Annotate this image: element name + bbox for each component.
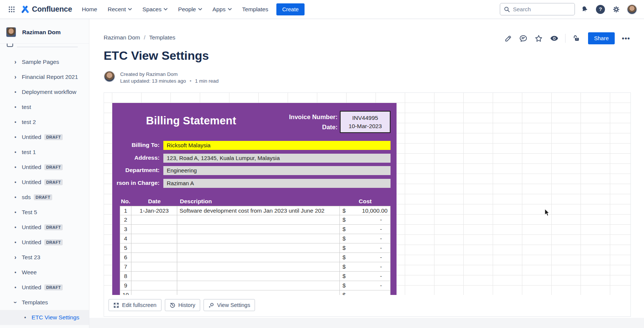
cell-no: 10: [120, 290, 131, 295]
cell-no: 8: [120, 272, 131, 281]
currency-symbol: $: [340, 243, 346, 252]
edit-fullscreen-button[interactable]: Edit fullscreen: [109, 299, 161, 311]
form-label: Address:: [112, 154, 160, 161]
sidebar-page-item[interactable]: • Weee: [0, 265, 89, 280]
sheet-title: Billing Statement: [135, 115, 247, 127]
cost-amount: -: [380, 225, 390, 234]
comments-button[interactable]: [519, 34, 528, 43]
sidebar-page-item[interactable]: • Untitled DRAFT: [0, 220, 89, 235]
table-row: 1 1-Jan-2023 Software development cost f…: [120, 206, 391, 215]
draft-badge: DRAFT: [44, 164, 63, 170]
draft-badge: DRAFT: [44, 284, 63, 290]
cell-cost: $ -: [340, 215, 391, 225]
tree-item-icon: ›: [12, 74, 18, 80]
form-row: Billing To: Ricksoft Malaysia: [112, 141, 397, 150]
create-button[interactable]: Create: [276, 3, 304, 15]
tree-item-icon: •: [12, 195, 18, 200]
sidebar-page-item[interactable]: › Financial Report 2021: [0, 70, 89, 85]
draft-badge: DRAFT: [44, 224, 63, 230]
search-input[interactable]: [513, 6, 566, 12]
tree-item-icon: •: [12, 150, 18, 155]
last-updated[interactable]: Last updated: 13 minutes ago: [120, 78, 186, 84]
cell-cost: $ -: [340, 262, 391, 272]
chevron-down-icon: [128, 8, 132, 11]
tree-item-icon: •: [12, 180, 18, 185]
more-actions-button[interactable]: •••: [621, 35, 631, 42]
sidebar-page-item[interactable]: › Test 23: [0, 250, 89, 265]
draft-badge: DRAFT: [34, 194, 52, 200]
user-avatar[interactable]: [627, 4, 637, 15]
sidebar-page-item[interactable]: • Untitled DRAFT: [0, 235, 89, 250]
cell-date: [131, 225, 177, 234]
sidebar-page-item[interactable]: • Test 5: [0, 205, 89, 220]
sidebar-page-item[interactable]: • Untitled DRAFT: [0, 130, 89, 145]
breadcrumb-parent-link[interactable]: Templates: [149, 34, 175, 41]
favorite-button[interactable]: [534, 34, 543, 43]
col-header-description: Description: [177, 198, 340, 205]
nav-menu-item[interactable]: Templates: [242, 6, 268, 13]
spreadsheet-grid: Billing Statement Invoice Number: Date: …: [104, 93, 630, 295]
watch-button[interactable]: [550, 34, 559, 43]
cost-amount: -: [380, 290, 390, 295]
form-label: Billing To:: [112, 142, 160, 148]
cell-cost: $ -: [340, 234, 391, 243]
breadcrumb: Raziman Dom / Templates: [104, 34, 175, 41]
nav-menu-item[interactable]: Spaces: [142, 6, 167, 13]
sidebar-page-item[interactable]: • Untitled DRAFT: [0, 175, 89, 190]
sidebar-page-item[interactable]: • test: [0, 100, 89, 115]
cost-amount: -: [380, 253, 390, 262]
sidebar-page-item[interactable]: • test 2: [0, 115, 89, 130]
confluence-logo[interactable]: Confluence: [21, 5, 72, 14]
breadcrumb-space-link[interactable]: Raziman Dom: [104, 34, 140, 41]
space-avatar: [6, 27, 16, 37]
notifications-button[interactable]: [579, 3, 591, 15]
sidebar-page-item[interactable]: • ETC View Settings: [0, 310, 89, 325]
spreadsheet-embed: Billing Statement Invoice Number: Date: …: [104, 92, 631, 317]
form-label: rson in Charge:: [112, 180, 160, 186]
restrictions-button[interactable]: [572, 34, 581, 43]
brand-name: Confluence: [32, 5, 72, 14]
view-settings-button[interactable]: View Settings: [204, 299, 255, 311]
tree-item-label: ETC View Settings: [32, 314, 79, 321]
edit-button[interactable]: [504, 34, 513, 43]
tree-item-icon: •: [12, 225, 18, 230]
currency-symbol: $: [340, 206, 346, 215]
settings-button[interactable]: [610, 3, 622, 15]
sidebar-page-item[interactable]: • test 1: [0, 145, 89, 160]
cell-cost: $ -: [340, 253, 391, 262]
app-switcher-button[interactable]: [6, 4, 17, 15]
sidebar-page-item[interactable]: • sds DRAFT: [0, 190, 89, 205]
cell-cost: $ -: [340, 272, 391, 281]
nav-menu-item[interactable]: People: [178, 6, 202, 13]
space-header[interactable]: Raziman Dom: [0, 19, 89, 43]
history-button[interactable]: History: [165, 299, 200, 311]
read-time: 1 min read: [195, 78, 219, 84]
cost-amount: 10,000.00: [362, 206, 390, 215]
tree-item-icon: ›: [12, 254, 18, 260]
sidebar-page-item[interactable]: • Untitled DRAFT: [0, 160, 89, 175]
tree-item-icon: •: [12, 104, 18, 110]
draft-badge: DRAFT: [44, 179, 63, 185]
form-row: Department: Engineering: [112, 166, 397, 175]
cell-date: [131, 215, 177, 225]
share-button[interactable]: Share: [588, 32, 615, 44]
form-value: Ricksoft Malaysia: [163, 141, 391, 150]
cell-date: [131, 281, 177, 290]
author-avatar[interactable]: [104, 71, 115, 82]
sidebar-page-item[interactable]: • Deployment workflow: [0, 85, 89, 100]
nav-menu-item[interactable]: Home: [82, 6, 97, 13]
tree-item-label: Financial Report 2021: [22, 74, 78, 80]
tree-item-label: Untitled: [22, 284, 41, 291]
nav-menu-item[interactable]: Recent: [108, 6, 132, 13]
cell-date: [131, 272, 177, 281]
sidebar-page-item[interactable]: › Sample Pages: [0, 54, 89, 70]
chevron-down-icon: [228, 8, 232, 11]
currency-symbol: $: [340, 281, 346, 290]
top-nav: Confluence Home Recent Spaces: [0, 0, 644, 19]
search-box[interactable]: [500, 3, 575, 15]
nav-menu-item[interactable]: Apps: [213, 6, 232, 13]
sidebar-page-item[interactable]: • Untitled DRAFT: [0, 280, 89, 295]
cell-cost: $ 10,000.00: [340, 206, 391, 215]
help-button[interactable]: ?: [594, 3, 606, 15]
sidebar-page-item[interactable]: › Templates: [0, 295, 89, 310]
